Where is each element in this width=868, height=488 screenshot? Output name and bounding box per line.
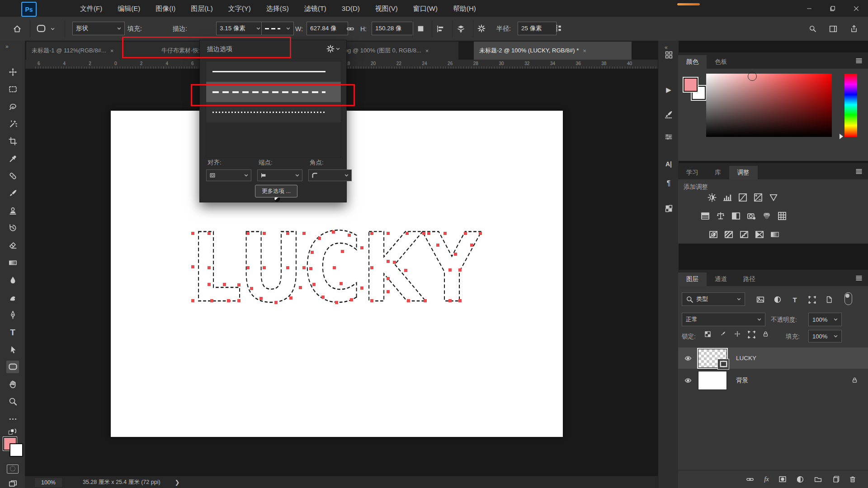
path-anchor[interactable] (406, 232, 409, 235)
path-anchor[interactable] (259, 297, 263, 300)
character-panel-icon[interactable]: A| (663, 158, 675, 170)
marquee-tool[interactable] (6, 83, 19, 95)
black-white-icon[interactable] (730, 211, 741, 221)
tab-color[interactable]: 颜色 (678, 55, 707, 69)
corners-select[interactable] (308, 169, 352, 181)
path-anchor[interactable] (263, 266, 266, 269)
edge-align-icon[interactable] (555, 24, 563, 32)
path-anchor[interactable] (348, 234, 351, 237)
radius-input[interactable]: 25 像素 (518, 22, 557, 35)
paragraph-panel-icon[interactable]: ¶ (663, 178, 675, 189)
path-anchor[interactable] (311, 251, 314, 254)
blend-mode-select[interactable]: 正常 (682, 313, 765, 326)
path-operations-icon[interactable] (417, 25, 425, 33)
path-anchor[interactable] (387, 260, 390, 263)
stroke-style-dashed-selected[interactable] (206, 82, 341, 102)
path-anchor[interactable] (333, 266, 336, 269)
path-anchor[interactable] (246, 266, 250, 269)
layer-row-background[interactable]: 背景 (678, 370, 868, 391)
layer-thumbnail[interactable] (698, 371, 727, 390)
stroke-style-solid[interactable] (206, 61, 341, 82)
menu-3d[interactable]: 3D(D) (334, 0, 368, 17)
eyedropper-tool[interactable] (6, 152, 19, 165)
path-anchor[interactable] (458, 299, 462, 302)
path-anchor[interactable] (464, 232, 467, 235)
lock-artboard-icon[interactable] (748, 331, 755, 338)
path-anchor[interactable] (237, 299, 241, 302)
filter-toggle-icon[interactable] (842, 292, 854, 305)
workspace-icon[interactable] (829, 25, 837, 33)
share-icon[interactable] (850, 25, 858, 33)
brightness-contrast-icon[interactable] (706, 192, 717, 203)
filter-image-layers-icon[interactable] (754, 293, 767, 306)
menu-select[interactable]: 选择(S) (259, 0, 297, 17)
close-tab-icon[interactable]: × (110, 47, 114, 54)
path-anchor[interactable] (227, 299, 230, 302)
tab-learn[interactable]: 学习 (678, 166, 707, 179)
move-tool[interactable] (6, 66, 19, 78)
channel-mixer-icon[interactable] (761, 211, 772, 221)
path-anchor[interactable] (407, 299, 410, 302)
path-anchor[interactable] (458, 268, 462, 272)
path-anchor[interactable] (404, 269, 407, 272)
photo-filter-icon[interactable] (745, 211, 757, 221)
foreground-color-swatch[interactable] (684, 78, 698, 92)
menu-view[interactable]: 视图(V) (368, 0, 406, 17)
add-mask-icon[interactable] (778, 475, 787, 483)
shape-width-input[interactable]: 627.84 像 (307, 22, 348, 35)
shape-settings-gear-icon[interactable] (477, 24, 486, 33)
color-lookup-icon[interactable] (776, 211, 788, 221)
path-anchor[interactable] (340, 282, 343, 285)
path-anchor[interactable] (191, 265, 194, 268)
path-anchor[interactable] (321, 296, 325, 299)
path-arrangement-icon[interactable] (457, 24, 465, 33)
new-adjustment-layer-icon[interactable] (796, 475, 804, 483)
clone-stamp-tool[interactable] (6, 204, 19, 217)
hue-saturation-icon[interactable] (699, 211, 711, 221)
stroke-type-select[interactable] (261, 22, 294, 35)
path-anchor[interactable] (274, 301, 278, 304)
exposure-icon[interactable] (752, 192, 764, 203)
tab-libraries[interactable]: 库 (707, 166, 729, 179)
maximize-icon[interactable] (821, 0, 844, 17)
path-anchor[interactable] (286, 232, 289, 235)
menu-window[interactable]: 窗口(W) (406, 0, 445, 17)
curves-icon[interactable] (737, 192, 748, 203)
home-icon[interactable] (13, 24, 22, 33)
path-anchor[interactable] (332, 230, 335, 234)
path-anchor[interactable] (360, 286, 363, 290)
path-anchor[interactable] (360, 246, 363, 249)
path-anchor[interactable] (237, 283, 241, 286)
eraser-tool[interactable] (6, 239, 19, 252)
panel-menu-icon[interactable] (855, 57, 863, 64)
path-anchor[interactable] (479, 232, 482, 235)
crop-tool[interactable] (6, 135, 19, 148)
path-anchor[interactable] (470, 244, 473, 247)
path-anchor[interactable] (302, 266, 306, 269)
path-anchor[interactable] (263, 232, 266, 235)
path-anchor[interactable] (289, 296, 292, 300)
menu-file[interactable]: 文件(F) (72, 0, 110, 17)
delete-layer-icon[interactable] (849, 475, 856, 483)
search-icon[interactable] (809, 25, 816, 33)
path-anchor[interactable] (286, 266, 289, 269)
path-anchor[interactable] (387, 290, 390, 293)
fill-input[interactable]: 100% (808, 330, 842, 343)
swap-colors[interactable] (6, 425, 19, 438)
path-anchor[interactable] (387, 277, 390, 280)
path-anchor[interactable] (312, 283, 316, 286)
stroke-width-input[interactable]: 3.15 像素 (216, 22, 264, 35)
path-anchor[interactable] (302, 232, 306, 235)
path-anchor[interactable] (370, 232, 373, 235)
panel-menu-icon[interactable] (855, 274, 863, 282)
zoom-tool[interactable] (6, 395, 19, 408)
gradient-tool[interactable] (6, 256, 19, 269)
path-anchor[interactable] (341, 250, 344, 253)
play-icon[interactable]: ▶ (663, 84, 675, 96)
lock-position-icon[interactable] (734, 331, 741, 337)
path-anchor[interactable] (448, 299, 452, 302)
tab-adjustments[interactable]: 调整 (729, 166, 758, 179)
vibrance-icon[interactable] (768, 192, 779, 203)
visibility-eye-icon[interactable] (678, 377, 698, 384)
selective-color-icon[interactable] (754, 229, 765, 240)
